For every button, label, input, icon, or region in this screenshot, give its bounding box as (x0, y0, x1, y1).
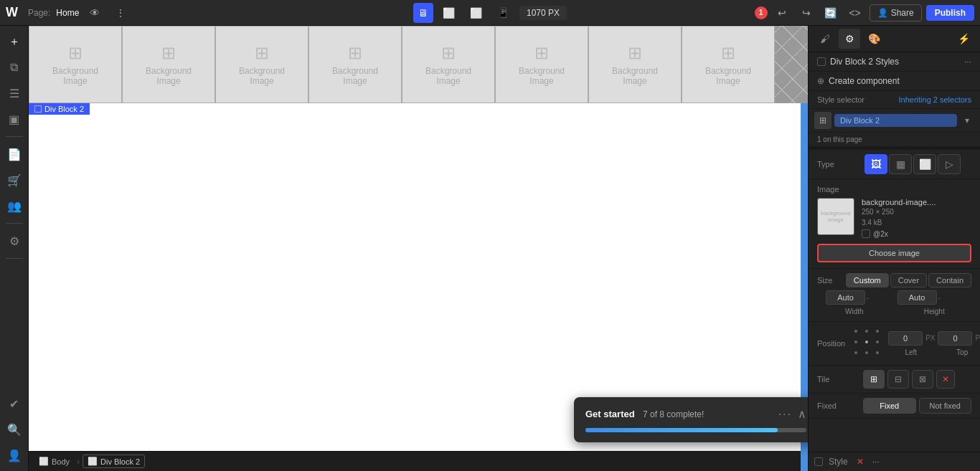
bg-tile-icon: ⊞ (68, 43, 83, 63)
interactions-tab[interactable]: ⚡ (953, 29, 974, 49)
pos-mr[interactable] (876, 341, 879, 343)
pos-ml[interactable] (854, 341, 857, 343)
selector-nav-icon[interactable]: ⊞ (814, 112, 831, 129)
create-component-label[interactable]: Create component (829, 76, 900, 86)
pos-mc[interactable] (865, 341, 868, 343)
breadcrumb-body-label: Body (52, 457, 70, 466)
width-label: Width (817, 308, 892, 315)
eye-icon[interactable]: 👁 (85, 3, 105, 23)
users-icon[interactable]: 👥 (3, 194, 26, 217)
style-selector-label: Style selector (817, 95, 899, 104)
publish-button[interactable]: Publish (926, 5, 974, 21)
bg-tile-1: ⊞ Background Image (29, 26, 122, 103)
add-element-icon[interactable]: ＋ (3, 30, 26, 53)
size-custom-btn[interactable]: Custom (846, 273, 889, 287)
pos-tr[interactable] (876, 330, 879, 333)
pos-bl[interactable] (854, 351, 857, 354)
undo-icon[interactable]: ↩ (772, 3, 792, 23)
progress-header-left: Get started 7 of 8 complete! (585, 409, 704, 419)
image-filename: background-image.... (862, 198, 971, 206)
tile-y-btn[interactable]: ⊠ (912, 370, 933, 389)
top-input[interactable] (938, 331, 972, 346)
tablet-portrait-icon[interactable]: ⬜ (465, 3, 488, 23)
user-icon: 👤 (877, 8, 888, 18)
pages-icon[interactable]: ☰ (3, 82, 26, 105)
search-icon[interactable]: 🔍 (3, 418, 26, 441)
height-input[interactable] (897, 290, 937, 305)
type-row: Type 🖼 ▦ ⬜ ▷ (809, 150, 980, 179)
page-label: Page: (28, 8, 50, 18)
breadcrumb-divblock[interactable]: ⬜ Div Block 2 (83, 455, 145, 468)
choose-image-button[interactable]: Choose image (817, 244, 971, 262)
styles-more-icon[interactable]: ··· (964, 57, 971, 67)
refresh-icon[interactable]: 🔄 (821, 3, 841, 23)
share-button[interactable]: 👤 Share (870, 4, 922, 22)
size-cover-btn[interactable]: Cover (890, 273, 927, 287)
tile-x-btn[interactable]: ⊟ (887, 370, 909, 389)
progress-collapse-button[interactable]: ∧ (798, 407, 806, 421)
type-video-btn[interactable]: ▷ (938, 154, 961, 174)
canvas-area[interactable]: ⊞ Background Image ⊞ Background Image ⊞ … (29, 26, 808, 471)
assets-icon[interactable]: ▣ (3, 108, 26, 130)
redo-icon[interactable]: ↪ (796, 3, 816, 23)
div-block-checkbox[interactable] (34, 105, 42, 113)
image-dimensions: 250 × 250 (862, 208, 971, 216)
inherit-label[interactable]: Inheriting 2 selectors (899, 95, 972, 104)
size-contain-btn[interactable]: Contain (928, 273, 971, 287)
bg-tile-8: ⊞ Background Image (682, 26, 775, 103)
pos-bc[interactable] (865, 351, 868, 354)
page-name[interactable]: Home (56, 8, 79, 18)
breadcrumb-body-icon: ⬜ (39, 457, 49, 466)
code-icon[interactable]: <> (845, 3, 865, 23)
tasks-icon[interactable]: ✔ (3, 392, 26, 415)
notification-badge[interactable]: 1 (755, 6, 768, 19)
type-image-btn[interactable]: 🖼 (864, 154, 887, 174)
settings-icon[interactable]: ⚙ (3, 229, 26, 252)
type-solid-btn[interactable]: ⬜ (913, 154, 936, 174)
pos-br[interactable] (876, 351, 879, 354)
tablet-landscape-icon[interactable]: ⬜ (438, 3, 461, 23)
breadcrumb-body[interactable]: ⬜ Body (34, 455, 74, 467)
paint-brush-tab[interactable]: 🖌 (814, 29, 836, 49)
progress-more-button[interactable]: ··· (778, 408, 792, 421)
type-gradient-btn[interactable]: ▦ (889, 154, 912, 174)
settings-tab[interactable]: ⚙ (839, 29, 860, 49)
position-grid[interactable] (851, 326, 882, 361)
more-options-icon[interactable]: ⋮ (110, 3, 131, 23)
tile-all-btn[interactable]: ⊞ (863, 370, 885, 389)
create-component-row[interactable]: ⊕ Create component (809, 72, 980, 91)
selector-tag[interactable]: Div Block 2 (834, 114, 957, 127)
image-preview-row: background image background-image.... 25… (817, 198, 971, 238)
not-fixed-btn[interactable]: Not fixed (919, 398, 972, 414)
effects-tab[interactable]: 🎨 (863, 29, 885, 49)
type-label: Type (817, 160, 860, 168)
tile-none-btn[interactable]: ✕ (936, 370, 955, 389)
share-label: Share (891, 8, 914, 18)
styles-checkbox[interactable] (817, 57, 826, 66)
panel-bottom-checkbox[interactable] (814, 457, 823, 466)
cms-icon[interactable]: 📄 (3, 143, 26, 166)
pos-tl[interactable] (854, 330, 857, 333)
div-block-label[interactable]: Div Block 2 (29, 103, 90, 115)
fixed-btn[interactable]: Fixed (863, 398, 916, 414)
pos-tc[interactable] (865, 330, 868, 333)
ecommerce-icon[interactable]: 🛒 (3, 168, 26, 191)
retina-checkbox[interactable] (862, 229, 870, 238)
position-inputs: PX PX Left Top (888, 331, 980, 356)
main-layout: ＋ ⧉ ☰ ▣ 📄 🛒 👥 ⚙ ✔ 🔍 👤 ⊞ Background Image… (0, 26, 980, 471)
left-input[interactable] (888, 331, 923, 346)
layers-icon[interactable]: ⧉ (3, 56, 26, 79)
styles-header-label: Div Block 2 Styles (830, 57, 899, 67)
breadcrumb-bar: ⬜ Body › ⬜ Div Block 2 (29, 451, 801, 471)
panel-bottom-delete-icon[interactable]: ✕ (854, 455, 867, 468)
desktop-icon[interactable]: 🖥 (413, 3, 433, 23)
width-input[interactable] (826, 290, 865, 305)
selector-row: ⊞ Div Block 2 ▾ (809, 109, 980, 133)
selector-dropdown[interactable]: ▾ (960, 112, 974, 129)
logo-icon: W (6, 5, 18, 20)
panel-bottom-more[interactable]: ··· (870, 455, 882, 468)
account-icon[interactable]: 👤 (3, 444, 26, 467)
mobile-icon[interactable]: 📱 (492, 3, 515, 23)
bg-tile-4: ⊞ Background Image (308, 26, 402, 103)
size-row: Size Custom Cover Contain (817, 273, 971, 287)
